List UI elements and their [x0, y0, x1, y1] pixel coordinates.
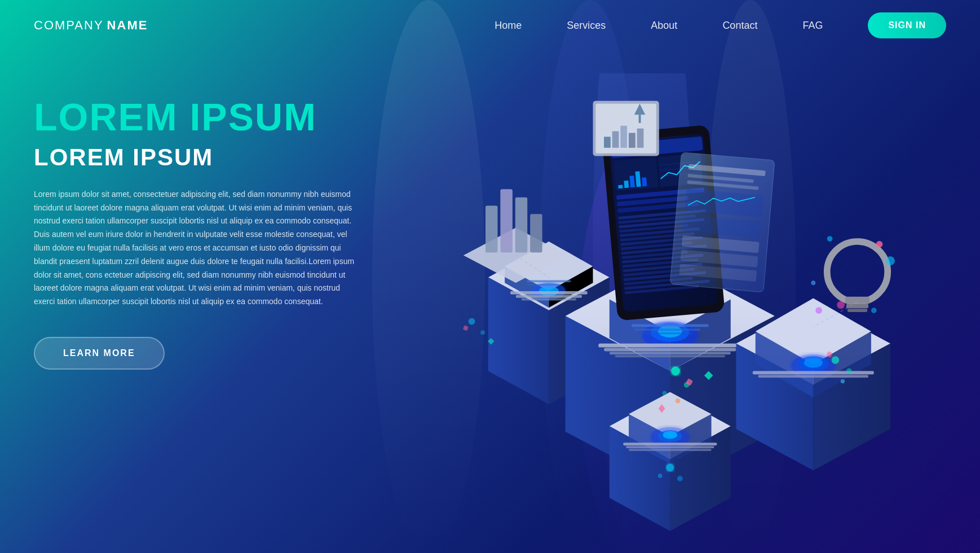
svg-point-123	[815, 307, 822, 314]
hero-illustration	[361, 73, 946, 553]
navbar: COMPANY NAME Home Services About Contact…	[0, 0, 980, 51]
svg-point-23	[658, 325, 682, 337]
svg-point-39	[804, 358, 823, 368]
svg-rect-30	[615, 355, 725, 357]
svg-rect-62	[642, 177, 647, 186]
svg-rect-116	[847, 309, 867, 312]
hero-left: LOREM IPSUM LOREM IPSUM Lorem ipsum dolo…	[34, 73, 361, 370]
svg-point-121	[871, 308, 877, 313]
svg-point-122	[811, 280, 815, 285]
svg-rect-53	[629, 449, 712, 451]
logo-name: NAME	[107, 18, 148, 33]
svg-rect-27	[598, 344, 741, 348]
logo-company: COMPANY	[34, 18, 104, 33]
svg-rect-26	[637, 332, 692, 334]
svg-rect-41	[758, 375, 868, 378]
svg-point-136	[846, 368, 852, 374]
svg-rect-110	[515, 198, 527, 253]
svg-rect-14	[522, 299, 577, 301]
nav-item-services[interactable]: Services	[567, 20, 606, 32]
svg-rect-100	[604, 137, 611, 148]
svg-rect-25	[634, 328, 700, 331]
svg-rect-101	[612, 131, 619, 148]
svg-rect-40	[753, 371, 874, 375]
svg-rect-29	[610, 352, 731, 354]
svg-rect-111	[530, 214, 542, 252]
svg-point-133	[677, 476, 683, 481]
svg-rect-51	[623, 443, 717, 446]
nav-item-contact[interactable]: Contact	[722, 20, 757, 32]
svg-point-113	[827, 242, 888, 302]
svg-rect-28	[604, 348, 736, 352]
learn-more-button[interactable]: LEARN MORE	[34, 337, 165, 370]
svg-rect-104	[637, 129, 644, 148]
svg-rect-115	[846, 304, 868, 308]
svg-rect-13	[516, 295, 582, 298]
hero-title-main: LOREM IPSUM	[34, 96, 361, 138]
hero-title-sub: LOREM IPSUM	[34, 144, 361, 171]
hero-right	[361, 73, 946, 553]
nav-item-about[interactable]: About	[651, 20, 677, 32]
svg-point-134	[658, 473, 663, 478]
nav-link-fag[interactable]: FAG	[802, 20, 823, 31]
svg-point-125	[671, 367, 680, 376]
svg-rect-52	[626, 446, 714, 448]
svg-rect-103	[629, 133, 635, 148]
nav-link-home[interactable]: Home	[495, 20, 522, 31]
svg-rect-142	[463, 325, 469, 331]
nav-link-contact[interactable]: Contact	[722, 20, 757, 31]
svg-rect-12	[510, 291, 588, 295]
svg-point-140	[469, 318, 475, 325]
svg-point-132	[666, 464, 674, 472]
nav-item-home[interactable]: Home	[495, 20, 522, 32]
svg-rect-24	[632, 324, 709, 327]
svg-rect-59	[624, 181, 629, 188]
hero-section: LOREM IPSUM LOREM IPSUM Lorem ipsum dolo…	[0, 51, 980, 553]
svg-point-50	[663, 431, 677, 439]
svg-point-118	[886, 256, 895, 265]
logo: COMPANY NAME	[34, 18, 148, 33]
hero-body-text: Lorem ipsum dolor sit amet, consectetuer…	[34, 188, 361, 309]
nav-link-about[interactable]: About	[651, 20, 677, 31]
svg-point-119	[827, 236, 833, 242]
nav-link-services[interactable]: Services	[567, 20, 606, 31]
sign-in-button[interactable]: SIGN IN	[868, 12, 946, 38]
svg-rect-10	[527, 280, 571, 282]
nav-links: Home Services About Contact FAG	[495, 20, 823, 32]
svg-point-120	[837, 301, 845, 309]
svg-point-127	[663, 391, 667, 396]
nav-item-fag[interactable]: FAG	[802, 20, 823, 32]
svg-rect-58	[618, 185, 623, 189]
svg-point-135	[832, 356, 840, 364]
svg-rect-108	[485, 205, 497, 252]
svg-rect-106	[639, 115, 641, 123]
svg-rect-109	[500, 189, 512, 252]
svg-point-117	[876, 241, 883, 248]
svg-point-141	[480, 330, 485, 335]
svg-rect-102	[620, 126, 627, 148]
svg-rect-11	[527, 284, 560, 286]
